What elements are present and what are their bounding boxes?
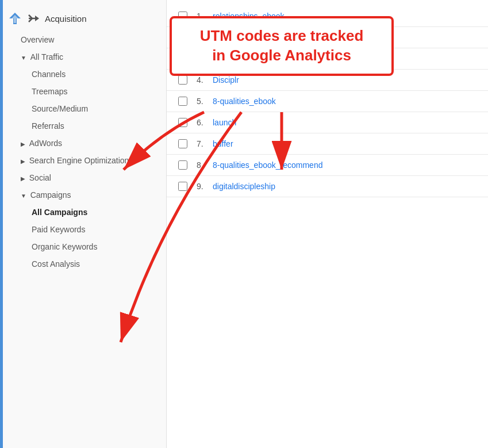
campaign-name-2[interactable]: sundayschool xyxy=(213,54,262,63)
sidebar-item-4[interactable]: Source/Medium xyxy=(0,100,166,117)
campaign-checkbox-0[interactable] xyxy=(178,12,187,21)
sidebar-item-0[interactable]: Overview xyxy=(0,31,166,48)
sidebar-item-10[interactable]: All Campaigns xyxy=(0,204,166,221)
campaign-row-4: 5.8-qualities_ebook xyxy=(167,91,488,112)
sidebar-items-container: Overview▼ All TrafficChannelsTreemapsSou… xyxy=(0,31,166,273)
sidebar-acquisition-header[interactable]: Acquisition xyxy=(0,6,166,31)
sidebar: Acquisition Overview▼ All TrafficChannel… xyxy=(0,0,167,448)
sidebar-item-6[interactable]: ▶ AdWords xyxy=(0,135,166,152)
campaign-row-6: 7.buffer xyxy=(167,133,488,155)
campaign-name-4[interactable]: 8-qualities_ebook xyxy=(213,97,276,106)
sidebar-item-9[interactable]: ▼ Campaigns xyxy=(0,186,166,204)
campaign-number-8: 9. xyxy=(197,182,213,191)
sidebar-arrow-8: ▶ xyxy=(21,175,27,182)
sidebar-arrow-9: ▼ xyxy=(21,193,28,199)
campaign-checkbox-1[interactable] xyxy=(178,33,187,42)
campaign-row-1: 2.20questions_ebook xyxy=(167,27,488,48)
sidebar-label-1: All Traffic xyxy=(30,52,63,62)
campaign-row-7: 8.8-qualities_ebook_recommend xyxy=(167,155,488,176)
campaign-row-8: 9.digitaldiscipleship xyxy=(167,176,488,197)
sidebar-item-8[interactable]: ▶ Social xyxy=(0,169,166,186)
sidebar-label-3: Treemaps xyxy=(32,87,68,96)
campaign-row-3: 4.Disciplr xyxy=(167,70,488,91)
sidebar-label-5: Referrals xyxy=(32,121,64,131)
campaign-checkbox-2[interactable] xyxy=(178,54,187,63)
sidebar-label-11: Paid Keywords xyxy=(32,225,85,234)
campaign-number-6: 7. xyxy=(197,139,213,148)
campaign-checkbox-5[interactable] xyxy=(178,118,187,127)
sidebar-label-0: Overview xyxy=(21,35,54,44)
campaign-name-0[interactable]: relationships_ebook xyxy=(213,12,285,21)
sidebar-label-8: Social xyxy=(29,173,51,182)
sidebar-label-7: Search Engine Optimization xyxy=(29,156,129,165)
campaign-name-6[interactable]: buffer xyxy=(213,139,233,148)
sidebar-arrow-6: ▶ xyxy=(21,141,27,147)
campaign-checkbox-8[interactable] xyxy=(178,182,187,191)
sidebar-label-12: Organic Keywords xyxy=(32,242,97,251)
campaign-number-3: 4. xyxy=(197,75,213,85)
campaign-row-2: 3.sundayschool xyxy=(167,48,488,70)
svg-marker-2 xyxy=(35,16,39,21)
campaign-name-8[interactable]: digitaldiscipleship xyxy=(213,182,275,191)
sidebar-arrow-7: ▶ xyxy=(21,158,27,164)
campaign-name-3[interactable]: Disciplr xyxy=(213,75,239,85)
campaign-number-5: 6. xyxy=(197,118,213,127)
sidebar-arrow-1: ▼ xyxy=(21,55,28,61)
main-content: 1.relationships_ebook2.20questions_ebook… xyxy=(167,0,488,448)
sidebar-label-4: Source/Medium xyxy=(32,104,88,113)
sidebar-item-5[interactable]: Referrals xyxy=(0,117,166,135)
sidebar-item-11[interactable]: Paid Keywords xyxy=(0,221,166,238)
sidebar-item-2[interactable]: Channels xyxy=(0,66,166,83)
sidebar-item-13[interactable]: Cost Analysis xyxy=(0,255,166,273)
campaign-name-5[interactable]: launch xyxy=(213,118,236,127)
left-accent-bar xyxy=(0,0,3,448)
campaign-list: 1.relationships_ebook2.20questions_ebook… xyxy=(167,6,488,197)
sidebar-item-12[interactable]: Organic Keywords xyxy=(0,238,166,255)
campaign-checkbox-6[interactable] xyxy=(178,139,187,148)
campaign-number-0: 1. xyxy=(197,12,213,21)
campaign-number-4: 5. xyxy=(197,97,213,106)
sidebar-acquisition-label: Acquisition xyxy=(45,14,87,24)
campaign-checkbox-4[interactable] xyxy=(178,97,187,106)
campaign-row-0: 1.relationships_ebook xyxy=(167,6,488,27)
campaign-checkbox-7[interactable] xyxy=(178,160,187,170)
campaign-name-1[interactable]: 20questions_ebook xyxy=(213,33,282,42)
campaign-number-1: 2. xyxy=(197,33,213,42)
sidebar-label-10: All Campaigns xyxy=(32,208,87,217)
acquisition-icon xyxy=(7,10,23,26)
campaign-row-5: 6.launch xyxy=(167,112,488,133)
campaign-number-2: 3. xyxy=(197,54,213,63)
acquisition-arrow-icon xyxy=(28,13,40,24)
campaign-checkbox-3[interactable] xyxy=(178,75,187,85)
sidebar-item-1[interactable]: ▼ All Traffic xyxy=(0,48,166,66)
sidebar-label-13: Cost Analysis xyxy=(32,259,80,269)
sidebar-item-3[interactable]: Treemaps xyxy=(0,83,166,100)
campaign-name-7[interactable]: 8-qualities_ebook_recommend xyxy=(213,160,322,170)
sidebar-label-9: Campaigns xyxy=(30,190,71,200)
sidebar-label-6: AdWords xyxy=(29,139,62,148)
sidebar-label-2: Channels xyxy=(32,70,66,79)
sidebar-item-7[interactable]: ▶ Search Engine Optimization xyxy=(0,152,166,169)
campaign-number-7: 8. xyxy=(197,160,213,170)
